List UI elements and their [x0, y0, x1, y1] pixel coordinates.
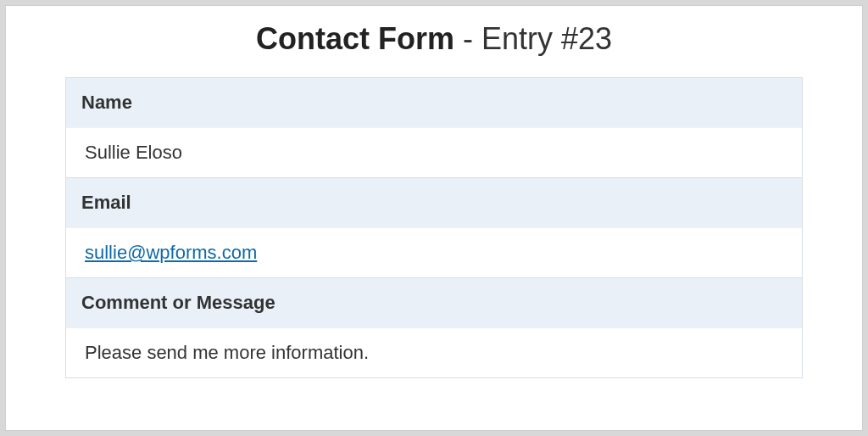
- email-link[interactable]: sullie@wpforms.com: [85, 242, 257, 263]
- field-label-email: Email: [66, 177, 802, 227]
- form-name: Contact Form: [256, 21, 454, 56]
- field-value-email: sullie@wpforms.com: [66, 227, 802, 277]
- field-value-comment: Please send me more information.: [66, 327, 802, 377]
- field-value-name: Sullie Eloso: [66, 127, 802, 177]
- field-label-name: Name: [66, 78, 802, 127]
- entry-number: - Entry #23: [454, 21, 612, 56]
- entry-fields-table: Name Sullie Eloso Email sullie@wpforms.c…: [65, 77, 803, 378]
- entry-card: Contact Form - Entry #23 Name Sullie Elo…: [5, 5, 863, 431]
- field-label-comment: Comment or Message: [66, 277, 802, 327]
- entry-title: Contact Form - Entry #23: [65, 21, 803, 57]
